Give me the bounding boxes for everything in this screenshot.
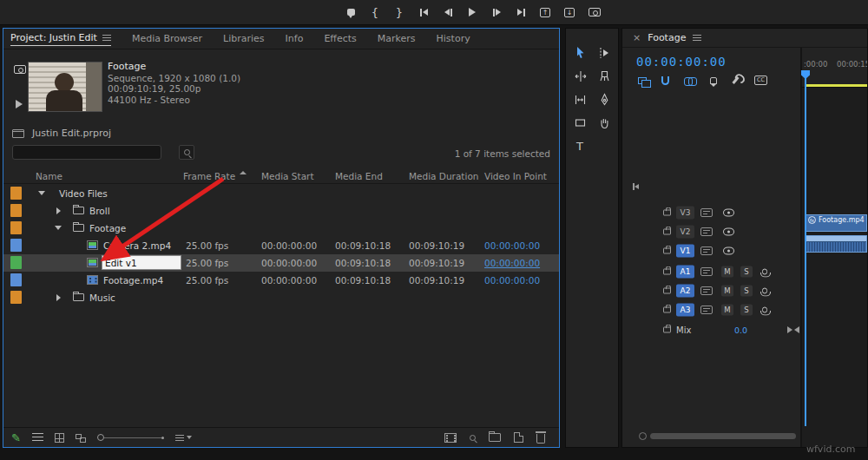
scrollbar-zoom-handle[interactable] [639, 432, 647, 440]
source-patch-icon[interactable] [700, 267, 713, 276]
razor-tool[interactable] [592, 66, 616, 86]
close-panel-icon[interactable]: × [633, 32, 641, 43]
panel-menu-icon[interactable] [102, 35, 111, 41]
rename-input[interactable] [102, 255, 181, 270]
pen-tool[interactable] [592, 89, 616, 109]
linked-selection-icon[interactable] [684, 77, 695, 84]
column-frame-rate[interactable]: Frame Rate [183, 171, 235, 181]
edit-pencil-icon[interactable]: ✎ [11, 432, 21, 444]
find-icon[interactable] [470, 435, 476, 441]
table-row-broll[interactable]: Broll [3, 202, 559, 220]
table-row-video-files[interactable]: Video Files [3, 185, 559, 202]
bin-name[interactable]: Footage [89, 220, 126, 237]
source-patch-icon[interactable] [700, 286, 713, 295]
track-header-v3[interactable]: V3 [648, 204, 800, 221]
go-to-out-button[interactable] [516, 9, 526, 16]
sort-options-button[interactable] [175, 435, 192, 441]
table-row-footage-bin[interactable]: Footage [3, 220, 559, 237]
step-forward-button[interactable] [491, 9, 502, 16]
track-header-a3[interactable]: A3 M S [648, 301, 800, 319]
lock-icon[interactable] [663, 288, 671, 294]
tab-media-browser[interactable]: Media Browser [132, 33, 202, 44]
source-patch-icon[interactable] [700, 306, 713, 314]
list-view-icon[interactable] [32, 433, 43, 442]
mic-icon[interactable] [762, 288, 767, 294]
delete-icon[interactable] [536, 434, 545, 444]
table-row-edit-v1[interactable]: 25.00 fps 00:00:00:00 00:09:10:18 00:09:… [3, 254, 559, 272]
preview-thumbnail[interactable] [28, 62, 102, 112]
lock-icon[interactable] [663, 210, 671, 216]
zoom-slider[interactable] [97, 434, 164, 441]
ripple-edit-tool[interactable] [568, 66, 592, 86]
step-back-button[interactable] [443, 9, 453, 16]
tab-history[interactable]: History [437, 33, 470, 44]
lift-button[interactable]: ↑ [540, 8, 550, 17]
search-input[interactable] [12, 145, 161, 160]
eye-icon[interactable] [723, 228, 734, 236]
search-bin-button[interactable] [179, 145, 194, 160]
label-color-chip[interactable] [10, 239, 22, 252]
type-tool[interactable]: T [568, 136, 592, 156]
track-header-v1[interactable]: V1 [648, 242, 800, 260]
track-label-a3[interactable]: A3 [676, 304, 694, 317]
captions-icon[interactable]: CC [754, 76, 767, 85]
table-row-footage-clip[interactable]: Footage.mp4 25.00 fps 00:00:00:00 00:09:… [3, 272, 559, 289]
item-name[interactable]: Footage.mp4 [103, 272, 163, 289]
label-color-chip[interactable] [10, 291, 22, 304]
label-color-chip[interactable] [10, 221, 22, 234]
bin-name[interactable]: Video Files [59, 185, 108, 202]
mute-button[interactable]: M [721, 305, 733, 316]
tab-markers[interactable]: Markers [378, 33, 416, 44]
timeline-ruler[interactable]: :00:00 00:00:15 [802, 48, 867, 88]
chevron-down-icon[interactable] [55, 226, 62, 230]
new-item-icon[interactable] [514, 432, 523, 443]
mix-volume-value[interactable]: 0.0 [734, 325, 747, 335]
source-patch-icon[interactable] [700, 208, 713, 217]
video-clip-footage[interactable]: fx Footage.mp4 [ [806, 214, 867, 232]
lock-icon[interactable] [663, 229, 671, 235]
bin-name[interactable]: Broll [89, 202, 110, 220]
label-color-chip[interactable] [10, 187, 22, 200]
playhead-line[interactable] [805, 77, 806, 426]
track-header-a1[interactable]: A1 M S [648, 263, 800, 280]
chevron-right-icon[interactable] [56, 294, 61, 301]
eye-icon[interactable] [723, 247, 734, 255]
solo-button[interactable]: S [740, 286, 753, 297]
bin-name[interactable]: Music [89, 289, 115, 306]
mute-button[interactable]: M [721, 286, 733, 297]
selection-tool[interactable] [568, 43, 592, 62]
column-name[interactable]: Name [36, 171, 62, 181]
rectangle-tool[interactable] [568, 113, 592, 133]
add-marker-icon[interactable] [710, 77, 717, 84]
lock-icon[interactable] [663, 327, 671, 333]
mute-button[interactable]: M [721, 266, 733, 278]
cell-video-in[interactable]: 00:00:00:00 [484, 237, 540, 254]
track-header-mix[interactable]: Mix 0.0 [648, 321, 800, 338]
item-name[interactable]: Camera 2.mp4 [103, 237, 171, 254]
zoom-slider-handle[interactable] [97, 434, 104, 441]
timeline-clip-area[interactable] [802, 88, 867, 447]
solo-button[interactable]: S [740, 305, 753, 316]
chevron-right-icon[interactable] [56, 207, 61, 214]
tab-info[interactable]: Info [286, 33, 304, 44]
keyframe-fader-icon[interactable] [787, 326, 792, 333]
lock-icon[interactable] [663, 248, 671, 254]
column-media-duration[interactable]: Media Duration [409, 171, 478, 181]
tab-libraries[interactable]: Libraries [223, 33, 265, 44]
snap-icon[interactable] [661, 76, 669, 85]
panel-menu-icon[interactable] [693, 35, 701, 41]
slip-tool[interactable] [568, 89, 592, 109]
tab-project[interactable]: Project: Justin Edit [10, 32, 111, 46]
mark-in-button[interactable]: { [370, 6, 380, 19]
nest-toggle-icon[interactable] [638, 77, 647, 84]
audio-clip-footage[interactable] [806, 235, 867, 253]
source-patch-icon[interactable] [700, 227, 713, 236]
cell-video-in[interactable]: 00:00:00:00 [484, 254, 540, 272]
table-row-camera2[interactable]: Camera 2.mp4 25.00 fps 00:00:00:00 00:09… [3, 237, 559, 254]
mic-icon[interactable] [762, 307, 767, 313]
source-patch-icon[interactable] [700, 246, 713, 255]
track-label-v1[interactable]: V1 [676, 245, 694, 258]
mark-out-button[interactable]: } [394, 6, 404, 19]
cell-video-in[interactable]: 00:00:00:00 [484, 272, 540, 289]
icon-view-icon[interactable] [55, 433, 64, 443]
